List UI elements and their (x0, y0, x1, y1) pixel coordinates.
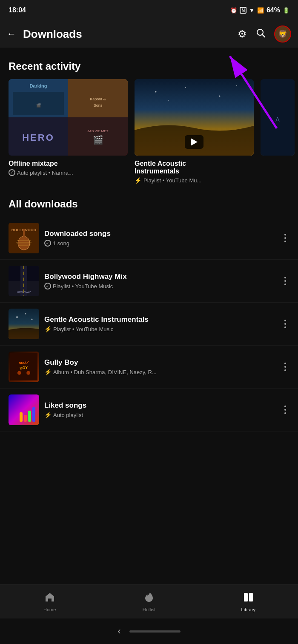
svg-text:HERO: HERO (22, 132, 54, 143)
svg-text:🎬: 🎬 (36, 103, 41, 108)
svg-rect-53 (20, 412, 23, 422)
svg-text:Darking: Darking (30, 83, 47, 88)
activity-card-reo[interactable]: A (261, 79, 295, 184)
library-icon (243, 592, 254, 605)
nav-icons: ⚙ 🦁 (238, 26, 291, 43)
status-icons: ⏰ N ▼ 📶 64% 🔋 (230, 6, 289, 14)
svg-rect-27 (23, 229, 25, 238)
jabwemet-thumb: JAB WE MET 🎬 (68, 117, 128, 156)
download-item-liked[interactable]: Liked songs ⚡ Auto playlist (0, 389, 298, 431)
dot1 (284, 234, 286, 235)
thumb-cell-3: HERO (9, 117, 68, 156)
signal-icon: 📶 (257, 7, 264, 14)
download-item-acoustic[interactable]: Gentle Acoustic Instrumentals ⚡ Playlist… (0, 303, 298, 346)
gentle-acoustic-name: Gentle AcousticInstrumentals (135, 160, 254, 175)
highway-meta-text: Playlist • YouTube Music (53, 283, 113, 289)
downloaded-songs-meta: ✓ 1 song (44, 240, 276, 247)
main-content: Recent activity Darking 🎬 (0, 48, 298, 584)
thumb-cell-4: JAB WE MET 🎬 (68, 117, 128, 156)
acoustic-list-thumb (9, 309, 39, 339)
downloaded-songs-count: 1 song (53, 240, 69, 247)
svg-rect-38 (27, 281, 39, 296)
svg-text:BOY: BOY (20, 366, 28, 371)
all-downloads-section: All downloads BOLLYWOOD (0, 194, 298, 431)
gentle-acoustic-meta: ⚡ Playlist • YouTube Mu... (135, 177, 254, 184)
kapoor-thumb: Kapoor & Sons (68, 79, 128, 117)
nfc-icon: N (240, 7, 246, 14)
search-icon[interactable] (255, 28, 266, 40)
back-button[interactable]: ← (7, 28, 16, 40)
svg-rect-50 (24, 415, 27, 422)
activity-card-offline-mixtape[interactable]: Darking 🎬 Kapoor & (9, 79, 128, 184)
offline-check-icon: ✓ (9, 169, 15, 176)
flash-icon-acoustic: ⚡ (44, 326, 52, 332)
recent-activity-title: Recent activity (0, 56, 298, 79)
more-menu-gullyboy[interactable] (281, 359, 289, 374)
svg-text:🎬: 🎬 (93, 135, 103, 145)
acoustic-list-meta: ⚡ Playlist • YouTube Music (44, 326, 276, 332)
svg-text:Kapoor &: Kapoor & (90, 97, 106, 101)
svg-rect-52 (32, 407, 35, 422)
offline-mixtape-type: Auto playlist • Namra... (17, 170, 73, 176)
svg-text:HIGHWAY: HIGHWAY (17, 291, 31, 294)
gentle-acoustic-type: Playlist • YouTube Mu... (143, 177, 201, 184)
nav-hotlist[interactable]: Hotlist (99, 588, 198, 616)
gullyboy-meta-text: Album • Dub Sharma, DIVINE, Naezy, R... (53, 369, 157, 375)
svg-rect-54 (244, 593, 248, 601)
svg-rect-37 (9, 281, 20, 296)
nav-library[interactable]: Library (199, 588, 298, 616)
liked-songs-thumb (9, 394, 39, 425)
reo-thumb: A (261, 79, 295, 156)
thumb-cell-2: Kapoor & Sons (68, 79, 128, 117)
gullyboy-name: Gully Boy (44, 358, 276, 367)
svg-rect-36 (27, 266, 39, 281)
user-avatar[interactable]: 🦁 (274, 26, 291, 43)
offline-mixtape-name: Offline mixtape (9, 160, 128, 167)
check-icon-songs: ✓ (44, 240, 51, 247)
recent-activity-section: Recent activity Darking 🎬 (0, 56, 298, 194)
svg-point-17 (155, 91, 157, 93)
system-back-button[interactable]: ‹ (117, 626, 120, 637)
svg-text:Sons: Sons (94, 103, 103, 108)
svg-point-48 (26, 371, 30, 375)
more-menu-songs[interactable] (281, 230, 289, 246)
downloaded-songs-info: Downloaded songs ✓ 1 song (39, 230, 281, 247)
svg-point-42 (25, 313, 26, 315)
acoustic-list-name: Gentle Acoustic Instrumentals (44, 315, 276, 324)
recent-activity-list: Darking 🎬 Kapoor & (0, 79, 298, 194)
status-time: 18:04 (9, 6, 26, 14)
bottom-nav: Home Hotlist Library (0, 584, 298, 618)
hotlist-icon (143, 592, 155, 605)
activity-card-gentle-acoustic[interactable]: Gentle AcousticInstrumentals ⚡ Playlist … (135, 79, 254, 184)
acoustic-list-meta-text: Playlist • YouTube Music (53, 326, 113, 332)
nav-home[interactable]: Home (0, 588, 99, 616)
more-menu-acoustic[interactable] (281, 316, 289, 332)
svg-rect-51 (28, 411, 31, 422)
settings-icon[interactable]: ⚙ (238, 28, 247, 40)
thumb-cell-1: Darking 🎬 (9, 79, 68, 117)
gentle-acoustic-info: Gentle AcousticInstrumentals ⚡ Playlist … (135, 156, 254, 184)
downloaded-songs-thumb: BOLLYWOOD (9, 223, 39, 253)
svg-text:A: A (275, 116, 280, 123)
offline-mixtape-info: Offline mixtape ✓ Auto playlist • Namra.… (9, 156, 128, 176)
play-triangle (191, 138, 198, 146)
dot2 (284, 237, 286, 239)
svg-point-19 (219, 96, 221, 97)
download-item-gullyboy[interactable]: GULLY BOY Gully Boy ⚡ Album • Dub Sharma… (0, 346, 298, 389)
check-icon-highway: ✓ (44, 283, 51, 289)
yt-play-icon (185, 135, 203, 149)
system-navbar: ‹ (0, 618, 298, 644)
library-label: Library (241, 607, 256, 612)
more-menu-liked[interactable] (281, 402, 289, 417)
home-icon (44, 592, 55, 605)
page-title: Downloads (23, 28, 238, 41)
acoustic-single-bg (135, 79, 254, 156)
download-item-highway[interactable]: HIGHWAY Bollywood Highway Mix ✓ Playlist… (0, 260, 298, 303)
liked-songs-name: Liked songs (44, 401, 276, 410)
download-item-songs[interactable]: BOLLYWOOD Downloaded songs ✓ 1 song (0, 217, 298, 260)
dot3 (284, 241, 286, 242)
guitar-thumb-bg: BOLLYWOOD (9, 223, 39, 253)
highway-meta: ✓ Playlist • YouTube Music (44, 283, 276, 289)
more-menu-highway[interactable] (281, 273, 289, 289)
system-home-pill[interactable] (129, 630, 181, 633)
